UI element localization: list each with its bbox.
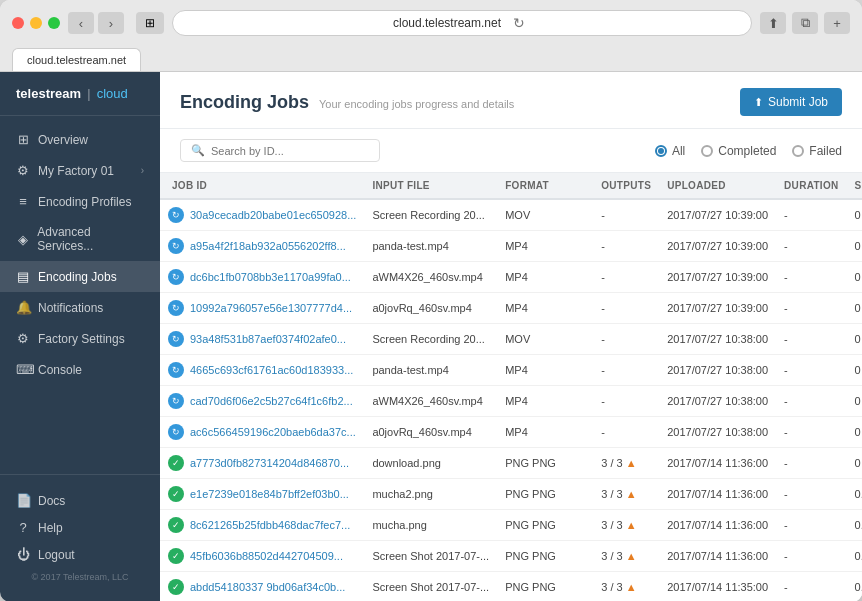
cell-uploaded: 2017/07/27 10:39:00 bbox=[659, 293, 776, 324]
filter-failed-radio bbox=[792, 145, 804, 157]
address-bar[interactable]: cloud.telestream.net ↻ bbox=[172, 10, 752, 36]
logo-sub: cloud bbox=[97, 86, 128, 101]
status-icon: ✓ bbox=[168, 548, 184, 564]
job-id-text[interactable]: e1e7239e018e84b7bff2ef03b0... bbox=[190, 488, 349, 500]
duplicate-button[interactable]: ⧉ bbox=[792, 12, 818, 34]
sidebar-item-help[interactable]: ? Help bbox=[0, 514, 160, 541]
status-icon: ↻ bbox=[168, 269, 184, 285]
cell-size: 0 MB bbox=[847, 262, 862, 293]
job-id-text[interactable]: dc6bc1fb0708bb3e1170a99fa0... bbox=[190, 271, 351, 283]
browser-tab-bar: cloud.telestream.net bbox=[12, 44, 850, 71]
cell-size: 0 MB bbox=[847, 386, 862, 417]
cell-outputs: - bbox=[593, 417, 659, 448]
traffic-light-fullscreen[interactable] bbox=[48, 17, 60, 29]
reload-button[interactable]: ↻ bbox=[507, 12, 531, 34]
help-icon: ? bbox=[16, 520, 30, 535]
cell-format: MP4 bbox=[497, 231, 593, 262]
status-icon: ↻ bbox=[168, 393, 184, 409]
traffic-light-close[interactable] bbox=[12, 17, 24, 29]
submit-job-button[interactable]: ⬆ Submit Job bbox=[740, 88, 842, 116]
share-button[interactable]: ⬆ bbox=[760, 12, 786, 34]
filter-failed-button[interactable]: Failed bbox=[792, 144, 842, 158]
cell-uploaded: 2017/07/14 11:36:00 bbox=[659, 448, 776, 479]
cell-outputs: - bbox=[593, 231, 659, 262]
table-row: ✓ e1e7239e018e84b7bff2ef03b0... mucha2.p… bbox=[160, 479, 862, 510]
sidebar-item-overview[interactable]: ⊞ Overview bbox=[0, 124, 160, 155]
cell-outputs: - bbox=[593, 324, 659, 355]
cell-format: MP4 bbox=[497, 262, 593, 293]
cell-input-file: mucha2.png bbox=[364, 479, 497, 510]
job-id-text[interactable]: abdd54180337 9bd06af34c0b... bbox=[190, 581, 345, 593]
active-tab[interactable]: cloud.telestream.net bbox=[12, 48, 141, 71]
sidebar-item-encoding-profiles[interactable]: ≡ Encoding Profiles bbox=[0, 186, 160, 217]
sidebar-item-factory-settings[interactable]: ⚙ Factory Settings bbox=[0, 323, 160, 354]
cell-job-id: ↻ 4665c693cf61761ac60d183933... bbox=[160, 355, 364, 386]
cell-input-file: panda-test.mp4 bbox=[364, 355, 497, 386]
sidebar-footer: 📄 Docs ? Help ⏻ Logout © 2017 Telestream… bbox=[0, 474, 160, 601]
traffic-light-minimize[interactable] bbox=[30, 17, 42, 29]
cell-duration: - bbox=[776, 417, 846, 448]
job-id-text[interactable]: cad70d6f06e2c5b27c64f1c6fb2... bbox=[190, 395, 353, 407]
cell-input-file: panda-test.mp4 bbox=[364, 231, 497, 262]
sidebar-item-label-factory: My Factory 01 bbox=[38, 164, 114, 178]
new-tab-button[interactable]: + bbox=[824, 12, 850, 34]
table-row: ↻ cad70d6f06e2c5b27c64f1c6fb2... aWM4X26… bbox=[160, 386, 862, 417]
cell-duration: - bbox=[776, 262, 846, 293]
cell-format: MP4 bbox=[497, 293, 593, 324]
submit-job-label: Submit Job bbox=[768, 95, 828, 109]
cell-format: PNG PNG bbox=[497, 510, 593, 541]
docs-icon: 📄 bbox=[16, 493, 30, 508]
page-title: Encoding Jobs bbox=[180, 92, 309, 113]
cell-format: MOV bbox=[497, 324, 593, 355]
filter-completed-radio bbox=[701, 145, 713, 157]
sidebar-item-encoding-jobs[interactable]: ▤ Encoding Jobs bbox=[0, 261, 160, 292]
overview-icon: ⊞ bbox=[16, 132, 30, 147]
job-id-text[interactable]: 93a48f531b87aef0374f02afe0... bbox=[190, 333, 346, 345]
status-icon: ✓ bbox=[168, 517, 184, 533]
forward-button[interactable]: › bbox=[98, 12, 124, 34]
cell-size: 0 MB bbox=[847, 293, 862, 324]
cell-input-file: mucha.png bbox=[364, 510, 497, 541]
job-id-text[interactable]: 10992a796057e56e1307777d4... bbox=[190, 302, 352, 314]
sidebar-item-factory[interactable]: ⚙ My Factory 01 › bbox=[0, 155, 160, 186]
browser-actions: ⬆ ⧉ + bbox=[760, 12, 850, 34]
cell-outputs: 3 / 3 ▲ bbox=[593, 572, 659, 602]
job-id-text[interactable]: 45fb6036b88502d442704509... bbox=[190, 550, 343, 562]
cell-input-file: Screen Shot 2017-07-... bbox=[364, 572, 497, 602]
sidebar-item-notifications[interactable]: 🔔 Notifications bbox=[0, 292, 160, 323]
filter-completed-button[interactable]: Completed bbox=[701, 144, 776, 158]
filter-all-radio bbox=[655, 145, 667, 157]
status-icon: ↻ bbox=[168, 207, 184, 223]
cell-format: PNG PNG bbox=[497, 541, 593, 572]
cell-outputs: 3 / 3 ▲ bbox=[593, 448, 659, 479]
job-id-text[interactable]: 4665c693cf61761ac60d183933... bbox=[190, 364, 353, 376]
job-id-text[interactable]: a7773d0fb827314204d846870... bbox=[190, 457, 349, 469]
page-header: Encoding Jobs Your encoding jobs progres… bbox=[160, 72, 862, 129]
job-id-text[interactable]: ac6c566459196c20baeb6da37c... bbox=[190, 426, 356, 438]
cell-job-id: ✓ 8c621265b25fdbb468dac7fec7... bbox=[160, 510, 364, 541]
search-input[interactable] bbox=[211, 145, 369, 157]
table-row: ↻ a95a4f2f18ab932a0556202ff8... panda-te… bbox=[160, 231, 862, 262]
sidebar-item-logout[interactable]: ⏻ Logout bbox=[0, 541, 160, 568]
sidebar-item-label-help: Help bbox=[38, 521, 63, 535]
sidebar-item-advanced-services[interactable]: ◈ Advanced Services... bbox=[0, 217, 160, 261]
col-uploaded: UPLOADED bbox=[659, 173, 776, 199]
browser-window: ‹ › ⊞ cloud.telestream.net ↻ ⬆ ⧉ + cloud… bbox=[0, 0, 862, 601]
cell-size: 0 MB bbox=[847, 448, 862, 479]
sidebar-item-docs[interactable]: 📄 Docs bbox=[0, 487, 160, 514]
cell-size: 0 MB bbox=[847, 417, 862, 448]
job-id-text[interactable]: 8c621265b25fdbb468dac7fec7... bbox=[190, 519, 350, 531]
page-subtitle: Your encoding jobs progress and details bbox=[319, 98, 514, 110]
app-container: telestream | cloud ⊞ Overview ⚙ My Facto… bbox=[0, 72, 862, 601]
jobs-table-body: ↻ 30a9cecadb20babe01ec650928... Screen R… bbox=[160, 199, 862, 601]
status-icon: ✓ bbox=[168, 486, 184, 502]
search-box[interactable]: 🔍 bbox=[180, 139, 380, 162]
cell-outputs: - bbox=[593, 262, 659, 293]
job-id-text[interactable]: 30a9cecadb20babe01ec650928... bbox=[190, 209, 356, 221]
filter-all-button[interactable]: All bbox=[655, 144, 685, 158]
table-row: ↻ dc6bc1fb0708bb3e1170a99fa0... aWM4X26_… bbox=[160, 262, 862, 293]
sidebar-item-console[interactable]: ⌨ Console bbox=[0, 354, 160, 385]
job-id-text[interactable]: a95a4f2f18ab932a0556202ff8... bbox=[190, 240, 346, 252]
back-button[interactable]: ‹ bbox=[68, 12, 94, 34]
cell-job-id: ↻ 10992a796057e56e1307777d4... bbox=[160, 293, 364, 324]
